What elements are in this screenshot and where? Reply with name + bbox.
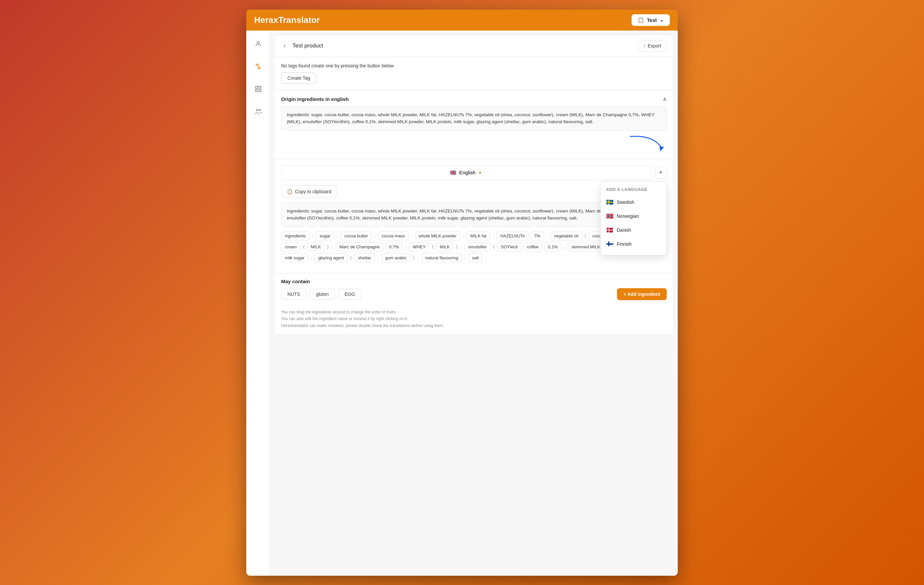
token-item[interactable]: , [464, 253, 467, 262]
token-item[interactable]: whole MILK powder [415, 231, 460, 240]
token-item[interactable]: WHEY [409, 242, 429, 251]
top-bar: HeraxTranslator 📋 Test ⌄ [246, 10, 678, 31]
token-item[interactable]: salt [468, 253, 482, 262]
content-area[interactable]: ‹ Test product ↑ Export No tags found cr… [270, 31, 678, 576]
token-item[interactable]: cocoa mass [378, 231, 409, 240]
add-ingredient-button[interactable]: + Add ingredient [617, 288, 667, 300]
token-item[interactable]: 0,7% [385, 242, 403, 251]
token-item[interactable]: ) [455, 242, 458, 251]
token-item[interactable]: Marc de Champagne [336, 242, 383, 251]
token-item[interactable]: ) [327, 242, 329, 251]
allergen-nuts[interactable]: NUTS [281, 289, 306, 300]
svg-rect-2 [259, 86, 261, 88]
svg-point-0 [257, 41, 259, 43]
token-item[interactable]: ) [412, 253, 415, 262]
token-item[interactable]: gum arabic [382, 253, 410, 262]
info-text: You can drag the ingredients around to c… [274, 306, 673, 334]
english-tab[interactable]: 🇬🇧 English ★ [281, 165, 651, 180]
add-language-button[interactable]: + [655, 167, 667, 178]
sidebar-item-profile[interactable] [252, 37, 265, 50]
token-item[interactable]: HAZELNUTs [497, 231, 528, 240]
danish-label: Danish [617, 227, 631, 233]
token-item[interactable]: , [492, 231, 495, 240]
lang-option-swedish[interactable]: 🇸🇪 Swedish [601, 195, 667, 209]
lang-option-norwegian[interactable]: 🇳🇴 Norwegian [601, 209, 667, 223]
token-item[interactable]: emulsifier [465, 242, 490, 251]
token-item[interactable]: , [462, 231, 465, 240]
token-item[interactable]: 7% [530, 231, 544, 240]
token-item[interactable]: : [312, 231, 314, 240]
lang-option-finnish[interactable]: 🇫🇮 Finnish [601, 237, 667, 251]
token-item[interactable]: cocoa butter [340, 231, 372, 240]
token-item[interactable]: coffee [523, 242, 542, 251]
token-item[interactable]: , [404, 242, 407, 251]
token-item[interactable]: , [310, 253, 313, 262]
may-contain-title: May contain [281, 279, 667, 284]
token-item[interactable]: glazing agent [315, 253, 348, 262]
token-item[interactable]: , [563, 242, 566, 251]
token-item[interactable]: 0,1% [544, 242, 561, 251]
token-item[interactable]: natural flavouring [421, 253, 462, 262]
page-title: Test product [292, 43, 634, 49]
svg-rect-4 [259, 89, 261, 91]
sidebar-item-translate[interactable] [252, 60, 265, 73]
collapse-icon[interactable]: ∧ [663, 96, 667, 102]
token-item[interactable]: MILK fat [467, 231, 490, 240]
main-layout: ‹ Test product ↑ Export No tags found cr… [246, 31, 678, 576]
token-item[interactable]: ingredients [281, 231, 310, 240]
token-item[interactable]: vegetable oil [551, 231, 582, 240]
token-item[interactable]: ( [493, 242, 495, 251]
swedish-label: Swedish [617, 200, 634, 205]
token-item[interactable]: milk sugar [281, 253, 308, 262]
add-language-dropdown: Add a language 🇸🇪 Swedish 🇳🇴 Norwegian 🇩 [601, 181, 667, 255]
finnish-label: Finnish [617, 241, 632, 247]
token-item[interactable]: , [331, 242, 334, 251]
token-item[interactable]: cream [281, 242, 300, 251]
token-item[interactable]: sugar [316, 231, 334, 240]
sidebar-item-users[interactable] [252, 105, 265, 118]
back-button[interactable]: ‹ [281, 41, 289, 50]
origin-text: ingredients: sugar, cocoa butter, cocoa … [281, 106, 667, 131]
token-item[interactable]: , [460, 242, 463, 251]
token-item[interactable]: , [546, 231, 549, 240]
token-item[interactable]: SOYlecit [497, 242, 521, 251]
export-label: Export [648, 43, 661, 48]
token-item[interactable]: ( [431, 242, 434, 251]
document-icon: 📋 [638, 17, 644, 23]
arrow-indicator [281, 133, 667, 153]
token-item[interactable]: , [411, 231, 413, 240]
lang-option-danish[interactable]: 🇩🇰 Danish [601, 223, 667, 237]
translation-section: 🇬🇧 English ★ + Add a language 🇸🇪 Swedish [274, 159, 673, 273]
export-button[interactable]: ↑ Export [638, 40, 667, 51]
token-item[interactable]: , [374, 231, 376, 240]
token-item[interactable]: ( [350, 253, 352, 262]
allergen-egg[interactable]: EGG [338, 289, 361, 300]
dropdown-chevron-icon: ⌄ [660, 17, 664, 23]
english-flag: 🇬🇧 [450, 170, 456, 176]
copy-to-clipboard-button[interactable]: 📋 Copy to clipboard [281, 185, 337, 198]
may-contain-section: May contain NUTS gluten EGG + Add ingred… [274, 273, 673, 306]
token-item[interactable]: , [377, 253, 380, 262]
token-item[interactable]: ( [302, 242, 305, 251]
copy-label: Copy to clipboard [295, 189, 331, 194]
swedish-flag-icon: 🇸🇪 [606, 198, 613, 206]
token-item[interactable]: ( [584, 231, 587, 240]
create-tag-button[interactable]: Create Tag [281, 73, 316, 84]
token-item[interactable]: , [336, 231, 339, 240]
allergens-row: NUTS gluten EGG + Add ingredient [281, 288, 667, 300]
token-item[interactable]: , [417, 253, 419, 262]
token-item[interactable]: MILK [307, 242, 324, 251]
norwegian-label: Norwegian [617, 213, 639, 219]
svg-point-5 [256, 109, 258, 111]
no-tags-section: No tags found create one by pressing the… [274, 57, 673, 90]
test-button[interactable]: 📋 Test ⌄ [632, 14, 670, 26]
sidebar-item-grid[interactable] [252, 83, 265, 96]
logo: HeraxTranslator [254, 15, 320, 25]
svg-point-6 [259, 109, 261, 111]
token-item[interactable]: shellac [355, 253, 375, 262]
token-item[interactable]: . [485, 253, 487, 262]
allergen-gluten[interactable]: gluten [310, 289, 335, 300]
token-item[interactable]: MILK [436, 242, 454, 251]
info-line-3: Heraxtranslator can make mistakes, pleas… [281, 322, 667, 329]
info-line-2: You can also edit the ingredient name or… [281, 316, 667, 322]
